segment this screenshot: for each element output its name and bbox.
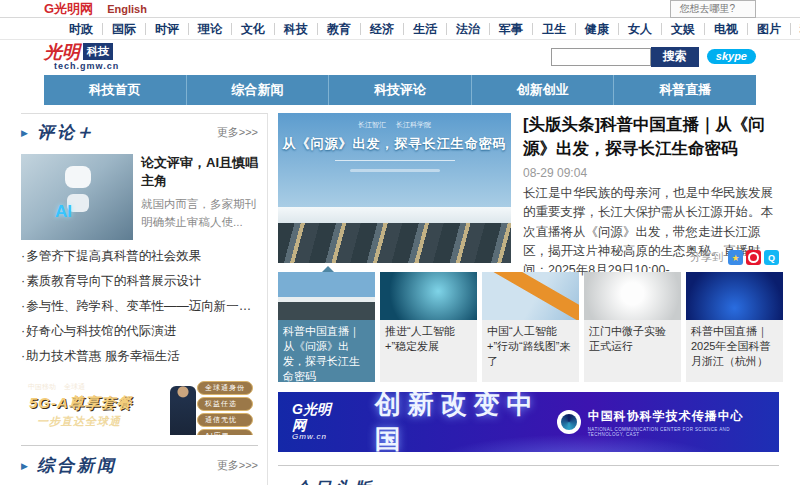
nav-item-wenyu[interactable]: 文娱	[661, 23, 704, 35]
feature-image-title: 从《问源》出发，探寻长江生命密码	[278, 135, 511, 153]
list-item[interactable]: ·多管齐下提高真科普的社会效果	[21, 244, 258, 269]
gmw-logo-icon: G光明网	[44, 1, 93, 16]
main-column: 长江智汇 长江科学院 从《问源》出发，探寻长江生命密码 [头版头条]科普中国直播…	[278, 113, 779, 485]
gmw-mini-logo[interactable]: G光明网	[44, 0, 93, 18]
skype-logo[interactable]: skype	[707, 49, 756, 64]
nav-item-guoji[interactable]: 国际	[102, 23, 145, 35]
search-input[interactable]	[551, 48, 651, 66]
comment-feature-article[interactable]: AI 论文评审，AI且慎唱主角 就国内而言，多家期刊明确禁止审稿人使...	[21, 154, 258, 240]
qzone-share-icon[interactable]: ★	[728, 250, 743, 265]
weibo-share-icon[interactable]	[746, 250, 761, 265]
ad-pill: 通信无忧	[197, 413, 253, 427]
list-item-text: 参与性、跨学科、变革性——迈向新一代科学...	[26, 299, 258, 313]
guangming-script-logo: 光明	[44, 43, 80, 61]
tab-general-news[interactable]: 综合新闻	[187, 75, 330, 105]
today-headlines-title: 今日头版	[294, 477, 374, 485]
thumbnail-card[interactable]: 江门中微子实验正式运行	[584, 272, 681, 382]
innovation-banner[interactable]: G光明网 Gmw.cn 创新改变中国 中国科协科学技术传播中心 NATIONAL…	[278, 392, 779, 452]
nav-item-keji[interactable]: 科技	[274, 23, 317, 35]
robot-figure	[65, 166, 91, 188]
headline-block: [头版头条]科普中国直播｜从《问源》出发，探寻长江生命密码 08-29 09:0…	[523, 113, 779, 263]
feature-image-mountains	[278, 207, 511, 223]
today-headlines-header: ▶ 今日头版	[278, 465, 779, 485]
nav-item-junshi[interactable]: 军事	[489, 23, 532, 35]
thumb-image-neutrino-lab	[584, 272, 681, 320]
search-area: 搜索 skype	[551, 47, 756, 67]
left-divider	[21, 445, 258, 446]
tab-tech-review[interactable]: 科技评论	[329, 75, 472, 105]
english-link[interactable]: English	[107, 3, 147, 15]
nav-item-kepu[interactable]: 科普	[790, 23, 800, 35]
nav-item-jiankang[interactable]: 健康	[575, 23, 618, 35]
comment-feature-summary: 就国内而言，多家期刊明确禁止审稿人使...	[141, 196, 258, 231]
nav-item-shenghuo[interactable]: 生活	[403, 23, 446, 35]
ai-robot-image[interactable]: AI	[21, 154, 133, 240]
brand-changjiang-zhihui: 长江智汇	[358, 120, 386, 130]
gotone-logo: 全球通	[64, 382, 85, 392]
thumbnail-card[interactable]: 科普中国直播｜2025年全国科普月浙江（杭州）主场活...	[686, 272, 783, 382]
qq-share-icon[interactable]: Q	[764, 250, 779, 265]
thumb-image-ai-chip	[380, 272, 477, 320]
bullet-icon: ·	[21, 349, 25, 363]
nav-item-weisheng[interactable]: 卫生	[532, 23, 575, 35]
list-item[interactable]: ·参与性、跨学科、变革性——迈向新一代科学...	[21, 294, 258, 319]
where-to-go-select[interactable]: 您想去哪里?	[670, 0, 756, 18]
comment-more-link[interactable]: 更多>>>	[217, 125, 258, 140]
ad-subline: 一步直达全球通	[37, 414, 121, 429]
thumb-caption: 科普中国直播｜从《问源》出发，探寻长江生命密码	[278, 320, 375, 382]
nav-item-tupian[interactable]: 图片	[747, 23, 790, 35]
list-item[interactable]: ·素质教育导向下的科普展示设计	[21, 269, 258, 294]
news-section-title: 综合新闻	[37, 454, 117, 477]
bullet-icon: ·	[21, 274, 25, 288]
thumb-caption: 中国“人工智能+”行动“路线图”来了	[482, 320, 579, 370]
tab-tech-home[interactable]: 科技首页	[44, 75, 187, 105]
featured-story-image[interactable]: 长江智汇 长江科学院 从《问源》出发，探寻长江生命密码	[278, 113, 511, 263]
nav-item-lilun[interactable]: 理论	[188, 23, 231, 35]
story-thumbnails: 科普中国直播｜从《问源》出发，探寻长江生命密码 推进“人工智能+”稳定发展 中国…	[278, 272, 779, 382]
headline-title[interactable]: [头版头条]科普中国直播｜从《问源》出发，探寻长江生命密码	[523, 113, 779, 161]
ai-image-label: AI	[55, 202, 72, 222]
list-item-text: 多管齐下提高真科普的社会效果	[26, 249, 201, 263]
site-logo[interactable]: 光明 科技 tech.gmw.cn	[44, 43, 119, 71]
feature-deco-line	[335, 160, 455, 161]
thumb-caption: 科普中国直播｜2025年全国科普月浙江（杭州）主场活...	[686, 320, 783, 370]
news-section-header: ▶ 综合新闻 更多>>>	[21, 454, 258, 477]
section-tabbar: 科技首页 综合新闻 科技评论 创新创业 科普直播	[44, 75, 756, 105]
china-mobile-ad-banner[interactable]: 中国移动 全球通 5G-A尊享套餐 一步直达全球通 全球通身份 权益任选 通信无…	[21, 378, 258, 435]
tab-science-live[interactable]: 科普直播	[614, 75, 756, 105]
thumb-image-wenyuan	[278, 272, 375, 320]
nav-item-fazhi[interactable]: 法治	[446, 23, 489, 35]
comment-feature-title[interactable]: 论文评审，AI且慎唱主角	[141, 154, 258, 190]
page-content: ▶ 评论+ 更多>>> AI 论文评审，AI且慎唱主角 就国内而言，多家期刊明确…	[21, 113, 779, 485]
list-item[interactable]: ·好奇心与科技馆的代际演进	[21, 319, 258, 344]
headline-feature: 长江智汇 长江科学院 从《问源》出发，探寻长江生命密码 [头版头条]科普中国直播…	[278, 113, 779, 263]
bullet-icon: ·	[21, 249, 25, 263]
thumb-image-stage	[686, 272, 783, 320]
banner-title: 创新改变中国	[375, 392, 557, 452]
tab-innovation[interactable]: 创新创业	[472, 75, 615, 105]
list-item[interactable]: ·助力技术普惠 服务幸福生活	[21, 344, 258, 369]
nav-item-nvren[interactable]: 女人	[618, 23, 661, 35]
thumb-caption: 推进“人工智能+”稳定发展	[380, 320, 477, 370]
section-arrow-icon: ▶	[21, 128, 28, 138]
top-bar: G光明网 English 您想去哪里?	[0, 0, 800, 17]
nav-item-jingji[interactable]: 经济	[360, 23, 403, 35]
thumb-caption: 江门中微子实验正式运行	[584, 320, 681, 370]
thumbnail-card[interactable]: 中国“人工智能+”行动“路线图”来了	[482, 272, 579, 382]
nav-item-shiping[interactable]: 时评	[145, 23, 188, 35]
nav-item-shizheng[interactable]: 时政	[60, 23, 102, 35]
nav-item-jiaoyu[interactable]: 教育	[317, 23, 360, 35]
nav-item-wenhua[interactable]: 文化	[231, 23, 274, 35]
cast-org-name-en: NATIONAL COMMUNICATION CENTER FOR SCIENC…	[588, 427, 765, 437]
brand-changjiang-academy: 长江科学院	[396, 120, 431, 130]
news-more-link[interactable]: 更多>>>	[217, 458, 258, 473]
nav-item-dianshi[interactable]: 电视	[704, 23, 747, 35]
thumbnail-card-selected[interactable]: 科普中国直播｜从《问源》出发，探寻长江生命密码	[278, 272, 375, 382]
headline-date: 08-29 09:04	[523, 166, 779, 180]
search-button[interactable]: 搜索	[651, 47, 699, 67]
masthead: 光明 科技 tech.gmw.cn 搜索 skype	[0, 40, 800, 73]
thumbnail-card[interactable]: 推进“人工智能+”稳定发展	[380, 272, 477, 382]
cast-org-name: 中国科协科学技术传播中心	[588, 408, 765, 425]
channel-nav: 时政 国际 时评 理论 文化 科技 教育 经济 生活 法治 军事 卫生 健康 女…	[0, 17, 800, 40]
cast-org-block: 中国科协科学技术传播中心 NATIONAL COMMUNICATION CENT…	[557, 408, 765, 437]
